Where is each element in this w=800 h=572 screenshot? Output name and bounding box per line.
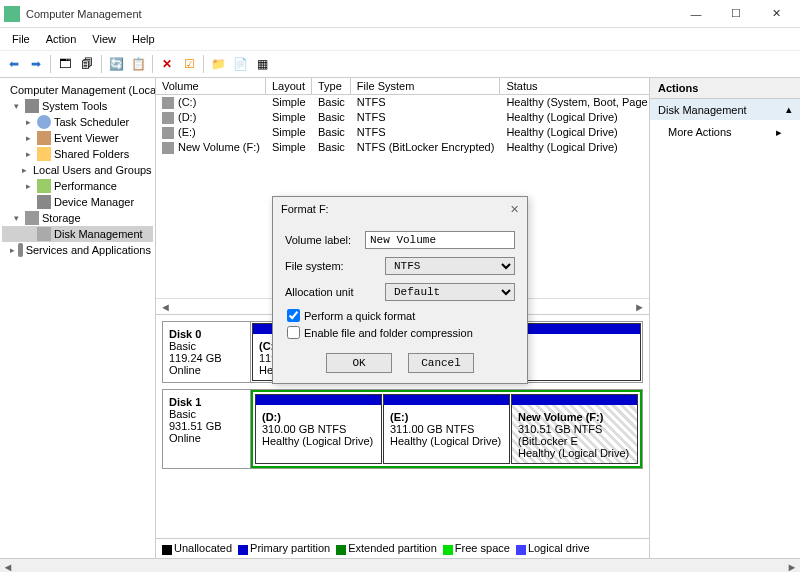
new-icon[interactable]: 📄 (230, 54, 250, 74)
close-icon[interactable]: ✕ (510, 203, 519, 216)
legend-logical: Logical drive (528, 542, 590, 554)
quick-format-label: Perform a quick format (304, 310, 415, 322)
col-status[interactable]: Status (500, 78, 649, 95)
table-row[interactable]: (D:)SimpleBasicNTFSHealthy (Logical Driv… (156, 110, 649, 125)
allocation-unit-select[interactable]: Default (385, 283, 515, 301)
tree-event-viewer[interactable]: ▸Event Viewer (2, 130, 153, 146)
vol-status: Healthy (Logical Drive) (500, 125, 649, 140)
partition-e[interactable]: (E:)311.00 GB NTFSHealthy (Logical Drive… (383, 394, 510, 464)
part-size: 310.51 GB NTFS (BitLocker E (518, 423, 602, 447)
menu-view[interactable]: View (86, 31, 122, 47)
minimize-button[interactable]: — (676, 2, 716, 26)
scroll-left-icon[interactable]: ◄ (160, 301, 171, 313)
vol-status: Healthy (System, Boot, Page File, Active… (500, 95, 649, 110)
volume-icon (162, 112, 174, 124)
tree-item-label: Performance (54, 180, 117, 192)
help-icon[interactable]: 📁 (208, 54, 228, 74)
delete-icon[interactable]: ✕ (157, 54, 177, 74)
ok-button[interactable]: OK (326, 353, 392, 373)
compression-checkbox[interactable] (287, 326, 300, 339)
check-icon[interactable]: ☑ (179, 54, 199, 74)
swatch-unallocated (162, 545, 172, 555)
table-row[interactable]: (E:)SimpleBasicNTFSHealthy (Logical Driv… (156, 125, 649, 140)
tree-task-scheduler[interactable]: ▸Task Scheduler (2, 114, 153, 130)
actions-header: Actions (650, 78, 800, 99)
forward-icon[interactable]: ➡ (26, 54, 46, 74)
tree-storage[interactable]: ▾Storage (2, 210, 153, 226)
legend-primary: Primary partition (250, 542, 330, 554)
table-row[interactable]: (C:)SimpleBasicNTFSHealthy (System, Boot… (156, 95, 649, 110)
menu-help[interactable]: Help (126, 31, 161, 47)
show-hide-icon[interactable]: 🗐 (77, 54, 97, 74)
actions-disk-management[interactable]: Disk Management▴ (650, 99, 800, 120)
disk-state: Online (169, 432, 201, 444)
menu-action[interactable]: Action (40, 31, 83, 47)
properties-icon[interactable]: 📋 (128, 54, 148, 74)
disk-1-label[interactable]: Disk 1 Basic 931.51 GB Online (163, 390, 251, 468)
scroll-right-icon[interactable]: ► (634, 301, 645, 313)
disk-size: 931.51 GB (169, 420, 222, 432)
refresh-icon[interactable]: 🔄 (106, 54, 126, 74)
actions-more-label: More Actions (668, 126, 732, 139)
format-dialog: Format F: ✕ Volume label: File system:NT… (272, 196, 528, 384)
tree-item-label: Device Manager (54, 196, 134, 208)
toolbar: ⬅ ➡ 🗔 🗐 🔄 📋 ✕ ☑ 📁 📄 ▦ (0, 50, 800, 78)
vol-layout: Simple (266, 110, 312, 125)
disk-icon (37, 227, 51, 241)
swatch-logical (516, 545, 526, 555)
back-icon[interactable]: ⬅ (4, 54, 24, 74)
dialog-titlebar[interactable]: Format F: ✕ (273, 197, 527, 221)
filesystem-label: File system: (285, 260, 385, 272)
scroll-left-icon[interactable]: ◄ (0, 561, 16, 573)
volume-label-input[interactable] (365, 231, 515, 249)
tree-services[interactable]: ▸Services and Applications (2, 242, 153, 258)
disk-size: 119.24 GB (169, 352, 222, 364)
actions-more[interactable]: More Actions▸ (650, 120, 800, 145)
scroll-right-icon[interactable]: ► (784, 561, 800, 573)
vol-type: Basic (312, 95, 351, 110)
filesystem-select[interactable]: NTFS (385, 257, 515, 275)
tree-root[interactable]: Computer Management (Local (2, 82, 153, 98)
tree-system-tools[interactable]: ▾System Tools (2, 98, 153, 114)
tree-shared-folders[interactable]: ▸Shared Folders (2, 146, 153, 162)
table-row[interactable]: New Volume (F:)SimpleBasicNTFS (BitLocke… (156, 140, 649, 155)
part-status: Healthy (Logical Drive) (518, 447, 629, 459)
collapse-icon: ▴ (786, 103, 792, 116)
quick-format-checkbox[interactable] (287, 309, 300, 322)
disk-0-label[interactable]: Disk 0 Basic 119.24 GB Online (163, 322, 251, 382)
col-fs[interactable]: File System (351, 78, 501, 95)
close-button[interactable]: ✕ (756, 2, 796, 26)
vol-fs: NTFS (351, 125, 501, 140)
list-icon[interactable]: ▦ (252, 54, 272, 74)
volume-header-row: Volume Layout Type File System Status (156, 78, 649, 95)
tree-performance[interactable]: ▸Performance (2, 178, 153, 194)
volume-icon (162, 127, 174, 139)
perf-icon (37, 179, 51, 193)
app-icon (4, 6, 20, 22)
tree-item-label: Local Users and Groups (33, 164, 152, 176)
up-icon[interactable]: 🗔 (55, 54, 75, 74)
part-status: Healthy (Logical Drive) (262, 435, 373, 447)
col-layout[interactable]: Layout (266, 78, 312, 95)
tree-storage-label: Storage (42, 212, 81, 224)
maximize-button[interactable]: ☐ (716, 2, 756, 26)
disk-type: Basic (169, 340, 196, 352)
disk-name: Disk 1 (169, 396, 201, 408)
partition-f[interactable]: New Volume (F:)310.51 GB NTFS (BitLocker… (511, 394, 638, 464)
actions-disk-label: Disk Management (658, 104, 747, 116)
col-volume[interactable]: Volume (156, 78, 266, 95)
tree-dm-label: Disk Management (54, 228, 143, 240)
tree-device-manager[interactable]: Device Manager (2, 194, 153, 210)
cancel-button[interactable]: Cancel (408, 353, 474, 373)
part-size: 311.00 GB NTFS (390, 423, 474, 435)
col-type[interactable]: Type (312, 78, 351, 95)
tree-disk-management[interactable]: Disk Management (2, 226, 153, 242)
partition-d[interactable]: (D:)310.00 GB NTFSHealthy (Logical Drive… (255, 394, 382, 464)
tree-local-users[interactable]: ▸Local Users and Groups (2, 162, 153, 178)
bottom-hscroll[interactable]: ◄► (0, 558, 800, 572)
menu-file[interactable]: File (6, 31, 36, 47)
device-icon (37, 195, 51, 209)
part-status: Healthy (Logical Drive) (390, 435, 501, 447)
legend-unalloc: Unallocated (174, 542, 232, 554)
tree-panel: Computer Management (Local ▾System Tools… (0, 78, 156, 558)
